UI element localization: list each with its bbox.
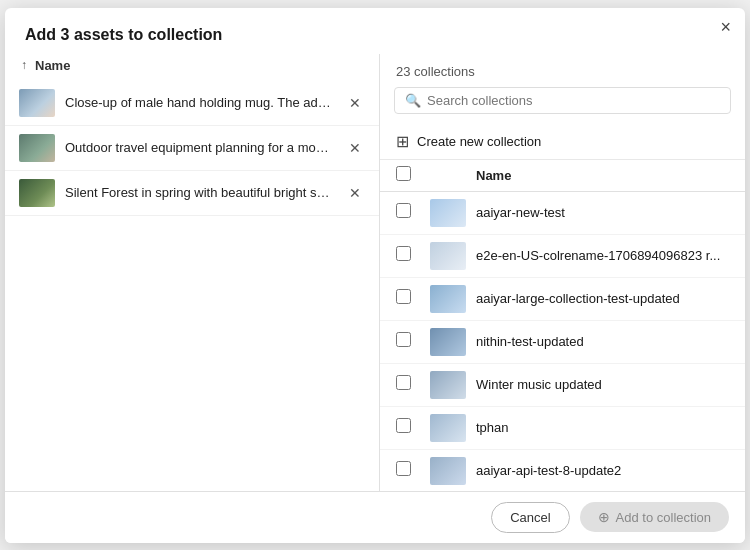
- dialog: × Add 3 assets to collection ↑ Name Clos…: [5, 8, 745, 543]
- collection-row: aaiyar-large-collection-test-updated: [380, 278, 745, 321]
- collection-checkbox-cell: [396, 418, 420, 437]
- asset-remove-button[interactable]: ✕: [345, 93, 365, 113]
- add-button-label: Add to collection: [616, 510, 711, 525]
- collection-checkbox[interactable]: [396, 418, 411, 433]
- asset-item: Close-up of male hand holding mug. The a…: [5, 81, 379, 126]
- collection-checkbox-cell: [396, 289, 420, 308]
- search-input[interactable]: [427, 93, 720, 108]
- collection-row: Winter music updated: [380, 364, 745, 407]
- asset-list: Close-up of male hand holding mug. The a…: [5, 81, 379, 481]
- asset-thumbnail: [19, 134, 55, 162]
- sort-icon: ↑: [21, 58, 27, 72]
- collection-checkbox-cell: [396, 203, 420, 222]
- collection-list: aaiyar-new-test e2e-en-US-colrename-1706…: [380, 192, 745, 491]
- collection-count: 23 collections: [380, 54, 745, 87]
- collection-checkbox-cell: [396, 246, 420, 265]
- collection-name: nithin-test-updated: [476, 334, 729, 349]
- collection-checkbox[interactable]: [396, 246, 411, 261]
- collection-row: e2e-en-US-colrename-1706894096823 r...: [380, 235, 745, 278]
- create-new-label: Create new collection: [417, 134, 541, 149]
- collection-thumbnail: [430, 242, 466, 270]
- collection-thumbnail: [430, 285, 466, 313]
- asset-thumbnail: [19, 89, 55, 117]
- collection-row: aaiyar-api-test-8-update2: [380, 450, 745, 491]
- asset-thumbnail: [19, 179, 55, 207]
- collection-name: aaiyar-large-collection-test-updated: [476, 291, 729, 306]
- collection-checkbox-cell: [396, 375, 420, 394]
- asset-label: Silent Forest in spring with beautiful b…: [65, 185, 335, 200]
- asset-item: Silent Forest in spring with beautiful b…: [5, 171, 379, 216]
- header-name-cell: Name: [476, 168, 729, 183]
- create-collection-icon: ⊞: [396, 132, 409, 151]
- select-all-checkbox[interactable]: [396, 166, 411, 181]
- collection-name: tphan: [476, 420, 729, 435]
- asset-label: Outdoor travel equipment planning for a …: [65, 140, 335, 155]
- header-checkbox-cell: [396, 166, 420, 185]
- collection-checkbox-cell: [396, 461, 420, 480]
- collection-row: nithin-test-updated: [380, 321, 745, 364]
- asset-item: Outdoor travel equipment planning for a …: [5, 126, 379, 171]
- dialog-footer: Cancel ⊕ Add to collection: [5, 491, 745, 543]
- right-panel: 23 collections 🔍 ⊞ Create new collection…: [380, 54, 745, 491]
- collection-checkbox[interactable]: [396, 289, 411, 304]
- collection-name: Winter music updated: [476, 377, 729, 392]
- collection-name: e2e-en-US-colrename-1706894096823 r...: [476, 248, 729, 263]
- collection-thumbnail: [430, 371, 466, 399]
- collection-name: aaiyar-api-test-8-update2: [476, 463, 729, 478]
- collection-checkbox[interactable]: [396, 375, 411, 390]
- collection-checkbox-cell: [396, 332, 420, 351]
- collection-checkbox[interactable]: [396, 332, 411, 347]
- dialog-body: ↑ Name Close-up of male hand holding mug…: [5, 54, 745, 491]
- collection-checkbox[interactable]: [396, 461, 411, 476]
- asset-remove-button[interactable]: ✕: [345, 183, 365, 203]
- search-icon: 🔍: [405, 93, 421, 108]
- name-column-header: Name: [35, 58, 70, 73]
- create-new-collection[interactable]: ⊞ Create new collection: [380, 124, 745, 160]
- dialog-title: Add 3 assets to collection: [5, 8, 745, 54]
- collection-thumbnail: [430, 328, 466, 356]
- collection-checkbox[interactable]: [396, 203, 411, 218]
- collection-name: aaiyar-new-test: [476, 205, 729, 220]
- add-icon: ⊕: [598, 509, 610, 525]
- asset-label: Close-up of male hand holding mug. The a…: [65, 95, 335, 110]
- cancel-button[interactable]: Cancel: [491, 502, 569, 533]
- search-bar[interactable]: 🔍: [394, 87, 731, 114]
- collection-thumbnail: [430, 457, 466, 485]
- add-to-collection-button[interactable]: ⊕ Add to collection: [580, 502, 729, 532]
- collection-row: aaiyar-new-test: [380, 192, 745, 235]
- left-panel-header: ↑ Name: [5, 54, 379, 81]
- collection-thumbnail: [430, 414, 466, 442]
- collection-table: Name aaiyar-new-test e2e-en-US-colrename…: [380, 160, 745, 491]
- collection-thumbnail: [430, 199, 466, 227]
- left-panel: ↑ Name Close-up of male hand holding mug…: [5, 54, 380, 491]
- close-button[interactable]: ×: [720, 18, 731, 36]
- collection-table-header: Name: [380, 160, 745, 192]
- collection-row: tphan: [380, 407, 745, 450]
- asset-remove-button[interactable]: ✕: [345, 138, 365, 158]
